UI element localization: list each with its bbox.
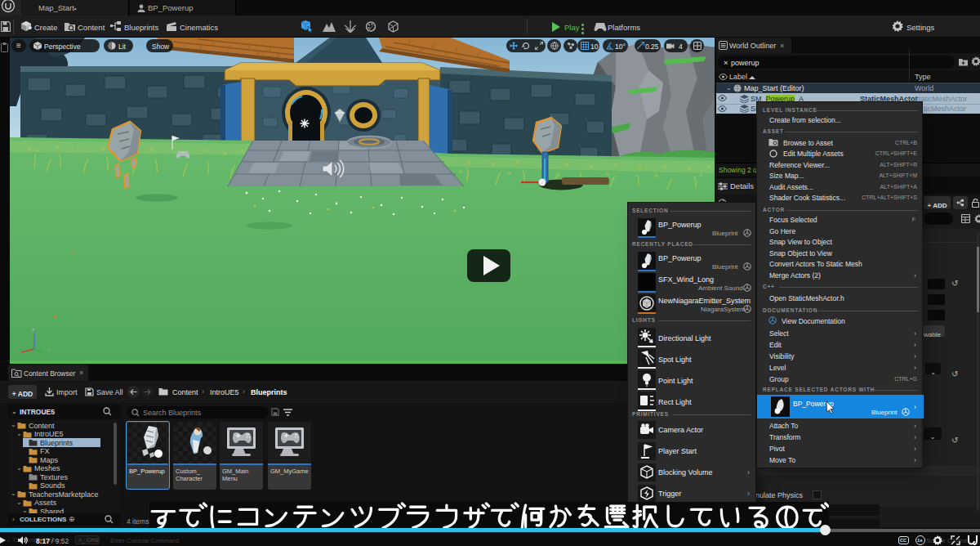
- svg-text:z: z: [32, 327, 34, 332]
- svg-text:-Y: -Y: [46, 347, 51, 352]
